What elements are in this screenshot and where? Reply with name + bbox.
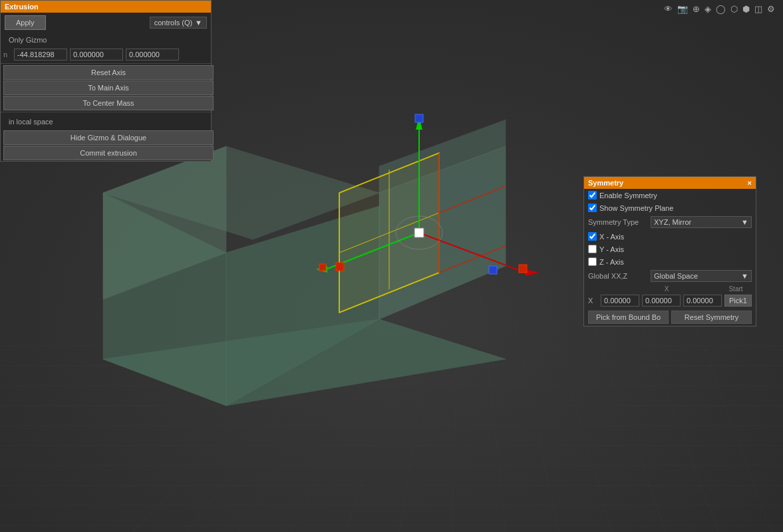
show-symmetry-plane-label[interactable]: Show Symmetry Plane [588,203,673,212]
svg-rect-51 [519,265,527,273]
coord-x-input[interactable] [14,49,67,61]
x-axis-label[interactable]: X - Axis [588,232,624,241]
x-axis-checkbox[interactable] [588,232,597,241]
toolbar-icon-3[interactable]: ⊕ [691,3,701,15]
y-axis-row: Y - Axis [584,243,756,255]
coord-y-input[interactable] [70,49,123,61]
commit-extrusion-button[interactable]: Commit extrusion [3,146,214,160]
toolbar-icon-6[interactable]: ⬡ [729,3,739,15]
reset-axis-button[interactable]: Reset Axis [3,65,214,80]
symmetry-close-button[interactable]: × [748,179,752,187]
toolbar-icon-9[interactable]: ⚙ [766,3,776,15]
symmetry-panel-title: Symmetry × [584,177,756,189]
toolbar-icon-7[interactable]: ⬢ [741,3,751,15]
toolbar-icon-4[interactable]: ◈ [703,3,712,15]
z-axis-checkbox[interactable] [588,257,597,266]
z-axis-row: Z - Axis [584,255,756,268]
sym-coord-1[interactable] [601,295,639,307]
svg-rect-49 [336,263,344,271]
sym-coord-3[interactable] [683,295,722,307]
svg-rect-46 [489,266,497,274]
left-panel: Extrusion Apply controls (Q) ▼ Only Gizm… [0,0,212,162]
apply-button[interactable]: Apply [5,15,46,30]
coord-row: n [1,47,211,62]
panel-title: Extrusion [1,1,211,13]
to-center-mass-button[interactable]: To Center Mass [3,96,214,110]
symmetry-x-label: X [588,297,598,305]
enable-symmetry-checkbox[interactable] [588,191,597,200]
z-axis-label[interactable]: Z - Axis [588,257,624,266]
to-main-axis-button[interactable]: To Main Axis [3,80,214,95]
coord-n-label: n [3,51,11,59]
svg-rect-52 [414,228,424,237]
coord-header-labels: X Start [584,284,756,293]
global-label: Global XX,Z [588,272,648,280]
svg-rect-50 [319,264,326,271]
symmetry-bottom-row: Pick from Bound Bo Reset Symmetry [584,309,756,326]
symmetry-coords-row: X Pick1 [584,293,756,309]
in-local-space-label: in local space [5,116,57,128]
reset-symmetry-button[interactable]: Reset Symmetry [671,311,752,324]
coord-z-input[interactable] [126,49,179,61]
toolbar-icon-5[interactable]: ◯ [714,3,727,15]
global-space-dropdown[interactable]: Global Space ▼ [651,270,752,282]
pick-from-bound-bo-button[interactable]: Pick from Bound Bo [588,311,669,324]
global-space-row: Global XX,Z Global Space ▼ [584,268,756,284]
sym-coord-2[interactable] [642,295,681,307]
toolbar-icon-2[interactable]: 📷 [676,3,689,15]
top-toolbar: 👁 📷 ⊕ ◈ ◯ ⬡ ⬢ ◫ ⚙ [663,3,776,15]
x-axis-row: X - Axis [584,230,756,243]
y-axis-checkbox[interactable] [588,245,597,253]
show-symmetry-plane-checkbox[interactable] [588,203,597,212]
enable-symmetry-label[interactable]: Enable Symmetry [588,191,657,200]
pick1-button[interactable]: Pick1 [724,295,752,307]
y-axis-label[interactable]: Y - Axis [588,245,624,253]
symmetry-type-row: Symmetry Type XYZ, Mirror ▼ [584,214,756,230]
svg-rect-43 [415,114,423,122]
hide-gizmo-button[interactable]: Hide Gizmo & Dialogue [3,130,214,145]
symmetry-panel: Symmetry × Enable Symmetry Show Symmetry… [583,176,756,327]
enable-symmetry-row: Enable Symmetry [584,189,756,201]
toolbar-icon-1[interactable]: 👁 [663,3,674,15]
symmetry-type-dropdown[interactable]: XYZ, Mirror ▼ [651,216,752,228]
only-gizmo-label: Only Gizmo [5,34,51,46]
show-symmetry-plane-row: Show Symmetry Plane [584,201,756,214]
symmetry-type-label: Symmetry Type [588,218,648,226]
controls-dropdown[interactable]: controls (Q) ▼ [150,17,207,29]
toolbar-icon-8[interactable]: ◫ [753,3,764,15]
